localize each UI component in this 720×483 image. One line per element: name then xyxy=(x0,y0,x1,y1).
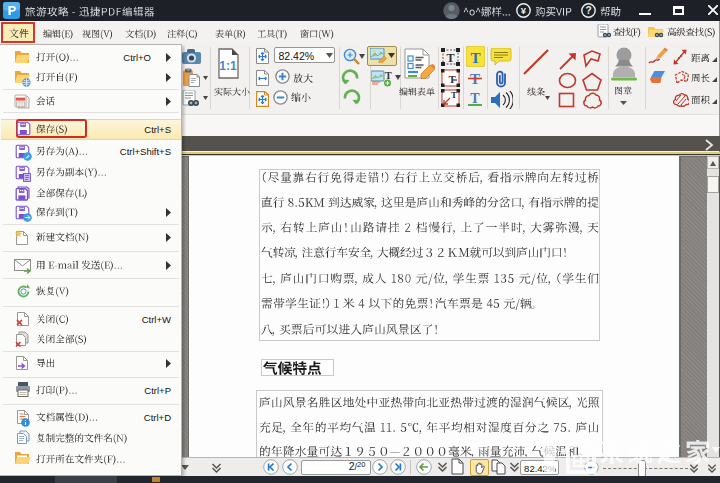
svg-text:¥: ¥ xyxy=(521,5,527,16)
svg-text:T: T xyxy=(446,51,454,65)
svg-text:T: T xyxy=(449,73,457,85)
svg-text:T: T xyxy=(451,90,457,100)
svg-text:T: T xyxy=(385,70,392,81)
svg-text:?: ? xyxy=(585,5,591,16)
svg-text:T: T xyxy=(470,50,480,66)
svg-text:T: T xyxy=(470,91,480,106)
svg-text:1:1: 1:1 xyxy=(219,59,237,73)
